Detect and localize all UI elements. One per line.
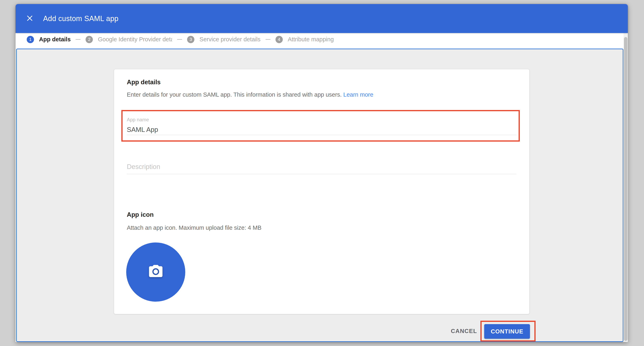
cancel-button[interactable]: CANCEL — [450, 327, 478, 335]
dialog-header: Add custom SAML app — [16, 4, 628, 33]
step-1-label: App details — [39, 36, 70, 43]
close-button[interactable] — [25, 14, 34, 23]
step-divider — [177, 39, 182, 40]
step-divider — [266, 39, 270, 40]
content-area: App details Enter details for your custo… — [16, 49, 623, 342]
learn-more-link[interactable]: Learn more — [343, 91, 373, 98]
scrollbar-thumb[interactable] — [624, 37, 628, 341]
continue-button[interactable]: CONTINUE — [484, 324, 530, 339]
step-2-label: Google Identity Provider details — [98, 36, 172, 43]
scrollbar-track[interactable] — [624, 33, 628, 342]
card-description: Enter details for your custom SAML app. … — [127, 91, 373, 98]
app-name-label: App name — [127, 117, 149, 123]
step-3-label: Service provider details — [200, 36, 260, 43]
annotation-box-continue: CONTINUE — [480, 321, 536, 341]
description-input[interactable]: Description — [127, 163, 160, 170]
step-app-details[interactable]: 1 App details — [27, 36, 70, 43]
step-attribute-mapping[interactable]: 4 Attribute mapping — [276, 36, 334, 43]
stepper: 1 App details 2 Google Identity Provider… — [16, 33, 624, 49]
card-title: App details — [127, 79, 160, 86]
step-service-provider-details[interactable]: 3 Service provider details — [187, 36, 260, 43]
app-name-input[interactable]: SAML App — [127, 126, 158, 133]
step-google-idp-details[interactable]: 2 Google Identity Provider details — [86, 36, 172, 43]
step-1-circle: 1 — [27, 36, 34, 43]
app-icon-title: App icon — [127, 211, 154, 218]
app-details-card: App details Enter details for your custo… — [114, 69, 530, 314]
card-description-text: Enter details for your custom SAML app. … — [127, 91, 342, 98]
dialog-title: Add custom SAML app — [43, 14, 118, 23]
description-underline — [127, 174, 516, 174]
close-icon — [26, 15, 33, 22]
step-divider — [76, 39, 80, 40]
step-4-circle: 4 — [276, 36, 283, 43]
app-name-underline — [127, 135, 516, 135]
app-icon-hint: Attach an app icon. Maximum upload file … — [127, 225, 262, 231]
app-icon-upload-button[interactable] — [126, 243, 185, 302]
annotation-box-app-name: App name SAML App — [121, 110, 520, 142]
step-3-circle: 3 — [187, 36, 194, 43]
step-4-label: Attribute mapping — [288, 36, 334, 43]
add-custom-saml-app-dialog: Add custom SAML app 1 App details 2 Goog… — [16, 4, 628, 342]
step-2-circle: 2 — [86, 36, 93, 43]
camera-icon — [148, 264, 164, 281]
